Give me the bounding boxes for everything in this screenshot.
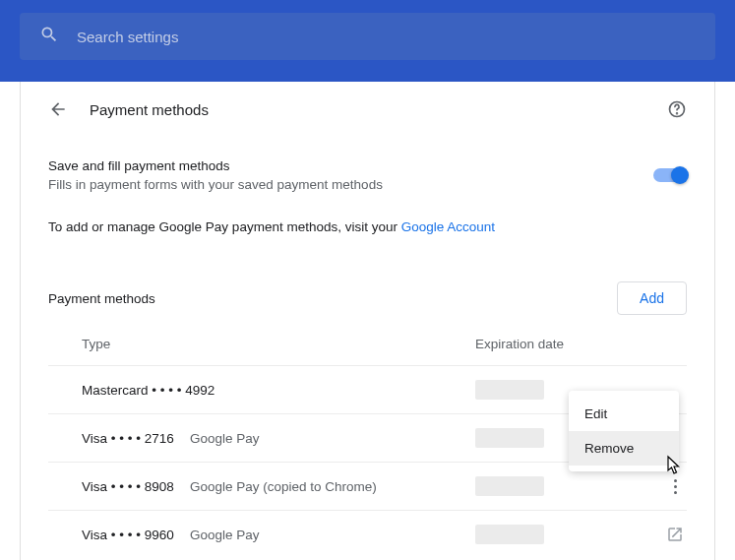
help-icon[interactable] <box>667 99 687 119</box>
card-source: Google Pay <box>190 528 475 542</box>
expiration-placeholder <box>475 476 544 496</box>
open-external-icon[interactable] <box>663 526 687 543</box>
save-fill-desc: Fills in payment forms with your saved p… <box>48 177 383 192</box>
menu-edit[interactable]: Edit <box>569 397 679 431</box>
payment-row: Visa • • • • 2716 Google Pay Edit Remove <box>48 413 687 462</box>
more-actions-button[interactable] <box>663 479 687 494</box>
expiration-placeholder <box>475 428 544 448</box>
manage-text: To add or manage Google Pay payment meth… <box>48 219 687 234</box>
card-label: Visa • • • • 8908 <box>82 479 190 494</box>
save-fill-title: Save and fill payment methods <box>48 158 383 173</box>
card-label: Visa • • • • 9960 <box>82 528 190 542</box>
card-source: Google Pay (copied to Chrome) <box>190 479 475 494</box>
card-label: Visa • • • • 2716 <box>82 431 190 446</box>
card-label: Mastercard • • • • 4992 <box>82 383 475 398</box>
google-account-link[interactable]: Google Account <box>401 219 495 234</box>
back-arrow-icon[interactable] <box>48 99 68 119</box>
card-source: Google Pay <box>190 431 475 446</box>
search-bar[interactable] <box>20 13 715 60</box>
column-type: Type <box>82 337 475 351</box>
add-button[interactable]: Add <box>617 281 687 315</box>
column-expiration: Expiration date <box>475 337 687 351</box>
search-input[interactable] <box>77 29 696 45</box>
context-menu: Edit Remove <box>569 391 679 471</box>
svg-point-1 <box>677 113 678 114</box>
payment-methods-heading: Payment methods <box>48 291 155 306</box>
save-fill-toggle[interactable] <box>653 168 687 182</box>
expiration-placeholder <box>475 380 544 400</box>
menu-remove[interactable]: Remove <box>569 431 679 466</box>
page-title: Payment methods <box>90 101 209 118</box>
search-icon <box>39 25 59 48</box>
payment-row: Visa • • • • 9960 Google Pay <box>48 510 687 558</box>
expiration-placeholder <box>475 525 544 544</box>
